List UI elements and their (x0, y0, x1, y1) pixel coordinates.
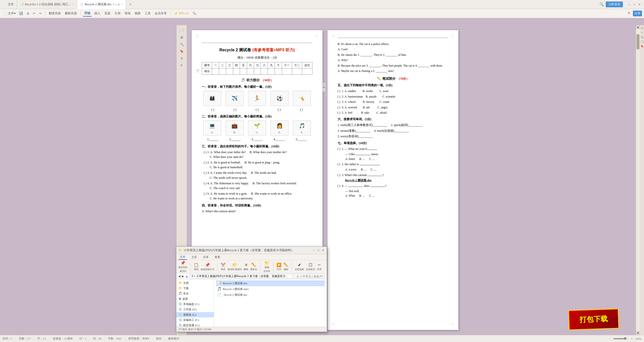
fm-file-doc[interactable]: 📝 Recycle 2 测试卷.doc (216, 280, 325, 286)
zoom-level[interactable]: 110% (635, 337, 641, 340)
ribbon-tab-tools[interactable]: 工具 (143, 11, 152, 16)
vertical-scrollbar[interactable]: ▲ ▼ (636, 25, 640, 335)
zoom-in-btn[interactable]: ＋ (630, 337, 633, 340)
fm-tb-select-all[interactable]: ✔ 全部选择 (295, 263, 304, 271)
fm-maximize-btn[interactable]: □ (317, 249, 320, 252)
fm-close-btn[interactable]: ✕ (321, 249, 325, 252)
close-btn[interactable]: ✕ (637, 3, 641, 7)
toolbar-back-btn[interactable]: 🔙 (18, 11, 24, 16)
ribbon-tab-page[interactable]: 页面 (103, 11, 112, 16)
fm-back-btn[interactable]: ◀ (178, 275, 180, 278)
toolbar-wpsai-btn[interactable]: ⚡ WPS AI (173, 11, 190, 16)
tab-doc1[interactable]: 📝 Recycles 1-2 综合训练 训练1 阅汇... × (17, 0, 77, 9)
table-del-btn[interactable]: － (322, 88, 326, 92)
fm-tb-rename[interactable]: ✏️ 重命名 (250, 263, 257, 271)
fm-tb-invert[interactable]: ↔ 反选 (317, 263, 321, 271)
fm-tree-desktop[interactable]: 🖥桌面 (176, 296, 214, 302)
fm-forward-btn[interactable]: ▶ (182, 275, 184, 278)
login-button[interactable]: 立即登录 (606, 2, 623, 7)
sidebar-icon-5[interactable]: ⚙ (179, 55, 185, 61)
fm-tb-paste-shortcut[interactable]: 📌 粘贴快捷方式 (201, 263, 214, 271)
download-banner[interactable]: 打包下载 (568, 309, 619, 330)
tab-add-btn[interactable]: ＋ (126, 2, 135, 7)
fm-tab-home[interactable]: 主页 (190, 255, 198, 260)
ribbon-tab-insert[interactable]: 插入 (93, 11, 102, 16)
toolbar-undo-btn[interactable]: ↩ (31, 11, 37, 16)
fm-tb-pin[interactable]: 📌 固定到快 速访问 (178, 261, 187, 273)
status-total-pages: 页数：1/7 (19, 337, 31, 340)
scroll-thumb[interactable] (636, 34, 639, 49)
fm-tb-edit[interactable]: ✏️ 编辑 (284, 263, 289, 271)
fm-tb-deselect-all[interactable]: ☐ 全部取消 (306, 263, 315, 271)
rs-icon-2[interactable]: ✎ (640, 31, 644, 34)
status-row: 列：26 (93, 337, 101, 340)
question-group-4: 四、听录音，补全对话。对话听两遍。(10分) A: What's this ca… (202, 203, 312, 214)
ribbon-tab-review[interactable]: 审阅 (123, 11, 132, 16)
corner-tr-r (450, 35, 453, 38)
minimize-btn[interactable]: — (627, 3, 631, 7)
toolbar-print-btn[interactable]: 🖨 (25, 11, 31, 16)
rs-icon-3[interactable]: 🔍 (640, 35, 644, 39)
scroll-down-btn[interactable]: ▼ (636, 331, 640, 335)
scroll-track[interactable] (636, 29, 640, 331)
sidebar-icon-2[interactable]: ▦ (179, 34, 185, 40)
table-add-btn[interactable]: ＋ (322, 83, 326, 87)
search-icon[interactable]: 🔍 (599, 2, 604, 7)
sidebar-icon-3[interactable]: 🔍 (179, 41, 185, 47)
toolbar-search-btn[interactable]: 🔍 (191, 11, 198, 16)
fm-tree-local-c[interactable]: 💿本地磁盘 (C:) (176, 302, 214, 307)
scroll-up-btn[interactable]: ▲ (636, 25, 640, 29)
fm-tb-copy[interactable]: 📋 复制 (194, 263, 199, 271)
tab-doc2[interactable]: 📄 Recycle 2 测试卷.doc ✎ ◻ ⊕ × (77, 0, 126, 9)
q7-item-3: ( ) 3. What's this cartoon ? (338, 173, 448, 177)
fm-tb-open[interactable]: ▶️ 打开 (276, 263, 281, 271)
rs-icon-4[interactable]: 📋 (640, 40, 644, 43)
fm-address-input[interactable] (190, 274, 293, 279)
fm-tree-music[interactable]: 🎵音乐 (176, 291, 214, 296)
sidebar-icon-4[interactable]: 🔖 (179, 48, 185, 54)
zoom-slider-thumb[interactable] (624, 337, 626, 340)
collapse-btn[interactable]: ▾ (196, 69, 199, 72)
fm-tab-view[interactable]: 查看 (213, 255, 222, 260)
fm-tb-sep-1 (190, 262, 191, 271)
fm-file-tmp[interactable]: 📄 ~$cycle 2 测试卷.doc (216, 292, 325, 298)
fm-tb-cut[interactable]: ✂️ 剪切 (221, 263, 226, 271)
fm-tree-old-e[interactable]: 💿老硬盘 (E:) (176, 312, 214, 317)
rs-icon-5[interactable]: 🔖 (640, 44, 644, 48)
toolbar-redo-btn[interactable]: ↪ (37, 11, 43, 16)
fm-up-btn[interactable]: ▲ (185, 275, 188, 278)
fm-file-mp3[interactable]: 🎵 Recycle 2 测试卷.mp3 (216, 286, 325, 292)
ribbon-tab-ref[interactable]: 引用 (113, 11, 122, 16)
tab-wps-file[interactable]: 📄 文件 (0, 0, 17, 9)
score-th-2: 二 (219, 62, 226, 68)
fm-minimize-btn[interactable]: — (312, 249, 316, 252)
toolbar-file-btn[interactable]: 📄 文件▾ (2, 11, 17, 16)
ribbon-tab-view[interactable]: 视图 (133, 11, 142, 16)
fm-tab-file[interactable]: 文件 (178, 254, 187, 260)
sidebar-icon-6[interactable]: 👁 (179, 62, 185, 68)
fm-titlebar: 📁 小学英语人教版(PEP)六年级上册Recycle 2 复习卷（含答案、音频及… (176, 247, 327, 254)
toolbar-expand-btn[interactable]: ⇱ (626, 11, 632, 16)
toolbar-del-page-btn[interactable]: 删除页面 (63, 11, 78, 16)
ribbon-tab-vip[interactable]: 会员专享 (153, 11, 168, 16)
fm-tree-docs[interactable]: 📁文档 (176, 280, 214, 286)
fm-tree-downloads[interactable]: 📁下载 (176, 286, 214, 291)
ribbon-tab-start[interactable]: 开始 (83, 10, 92, 17)
fm-tab-share[interactable]: 共享 (202, 255, 210, 260)
fm-tb-delete[interactable]: ✕ 删除 (244, 263, 248, 271)
toolbar-page-view-btn[interactable]: 翻查页面 (47, 11, 62, 16)
q1-images: 👨‍👩‍👧 ✈️ 🏃 ⚽ 🤸 (202, 91, 312, 106)
fm-tb-newfolder[interactable]: 📁 新建 文件夹 (263, 261, 270, 273)
fm-tree-live-g[interactable]: 💿眠宕直播 (G:) (176, 323, 214, 327)
toolbar-share-btn[interactable]: 分享 (633, 11, 642, 16)
fm-tree-work-d[interactable]: 💿工作盘 (D:) (176, 307, 214, 312)
q4-line-1: A: What's this cartoon about? (202, 209, 312, 213)
sidebar-icon-1[interactable]: ⋮⋮ (179, 27, 185, 33)
fm-tree-edit-f[interactable]: 💿采编加工 (F:) (176, 317, 214, 323)
fm-search-input[interactable] (295, 274, 325, 279)
zoom-out-btn[interactable]: － (609, 337, 611, 340)
rs-icon-1[interactable]: ⚙ (640, 26, 644, 30)
fm-tb-move-copy[interactable]: 📁 移动到 复制到 (228, 263, 242, 271)
status-spellcheck[interactable]: 拼写检查：关闭▾ (128, 337, 149, 340)
maximize-btn[interactable]: □ (632, 3, 636, 7)
